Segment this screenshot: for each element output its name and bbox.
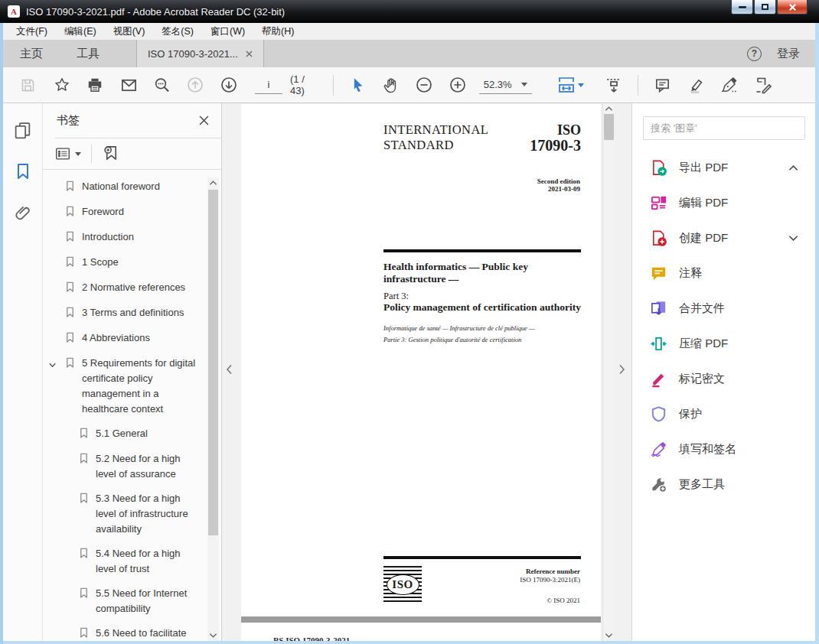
sign-in-button[interactable]: 登录 <box>777 47 800 61</box>
bookmark-item[interactable]: 5.3 Need for a high level of infrastruct… <box>43 486 221 542</box>
scroll-up-icon[interactable] <box>209 180 217 186</box>
collapse-right-panel-button[interactable] <box>618 364 625 378</box>
tool-item[interactable]: 合并文件 <box>632 291 815 326</box>
sign-tool-button[interactable] <box>716 72 742 98</box>
chevron-up-icon[interactable] <box>788 164 798 171</box>
tool-item[interactable]: 注释 <box>632 255 815 291</box>
main-toolbar: (1 / 43) 52.3% <box>3 67 815 103</box>
bookmark-item[interactable]: 1 Scope <box>43 250 221 275</box>
find-current-bookmark-button[interactable] <box>102 144 119 164</box>
bookmark-item[interactable]: 3 Terms and definitions <box>43 301 221 326</box>
scrollbar-thumb[interactable] <box>604 114 614 140</box>
email-button[interactable] <box>116 72 142 98</box>
tool-item[interactable]: 填写和签名 <box>632 431 815 467</box>
minimize-button[interactable] <box>731 0 753 15</box>
zoom-level-value: 52.3% <box>484 79 512 90</box>
create-pdf-icon <box>649 229 667 247</box>
bookmark-search-icon <box>102 144 119 161</box>
tab-tools[interactable]: 工具 <box>60 47 116 61</box>
bookmark-item[interactable]: Introduction <box>43 225 221 250</box>
next-page-button[interactable] <box>216 72 242 98</box>
zoom-out-icon <box>415 76 433 94</box>
tool-item[interactable]: 保护 <box>632 396 815 431</box>
bookmark-item[interactable]: 5.1 General <box>43 421 221 447</box>
fit-width-button[interactable] <box>553 72 589 98</box>
combine-files-icon <box>649 299 667 317</box>
menu-edit[interactable]: 编辑(E) <box>56 24 105 40</box>
help-button[interactable]: ? <box>747 47 762 61</box>
doc-title-en: Health informatics — Public key infrastr… <box>383 261 584 285</box>
bookmark-icon <box>64 356 76 372</box>
zoom-level-control[interactable]: 52.3% <box>479 76 532 94</box>
bookmark-icon <box>14 162 32 181</box>
reading-mode-icon <box>605 76 623 94</box>
menu-view[interactable]: 视图(V) <box>105 24 154 40</box>
save-button[interactable] <box>15 72 41 98</box>
attachments-panel-button[interactable] <box>11 201 34 224</box>
bookmark-item[interactable]: 5.6 Need to facilitate evaluation and co… <box>43 621 221 641</box>
restore-button[interactable] <box>754 0 776 15</box>
doc-next-page-header: BS ISO 17090-3-2021 <box>273 636 601 641</box>
bookmark-label: Foreword <box>82 204 124 220</box>
page-number-input[interactable] <box>255 76 282 94</box>
scroll-down-icon[interactable] <box>605 633 613 639</box>
reading-mode-button[interactable] <box>601 72 627 98</box>
chevron-down-icon[interactable] <box>48 359 57 372</box>
zoom-out-button[interactable] <box>411 72 437 98</box>
star-button[interactable] <box>49 72 75 98</box>
bookmark-item[interactable]: 5.5 Need for Internet compatibility <box>43 581 221 621</box>
doc-standard-prefix: ISO <box>530 122 581 138</box>
tool-item[interactable]: 创建 PDF <box>632 220 815 255</box>
bookmark-item[interactable]: 5.4 Need for a high level of trust <box>43 542 221 581</box>
bookmark-item[interactable]: National foreword <box>43 174 221 200</box>
tool-item[interactable]: 压缩 PDF <box>632 326 815 361</box>
bookmark-options-button[interactable] <box>54 145 81 162</box>
bookmark-item[interactable]: Foreword <box>43 200 221 225</box>
search-comments-button[interactable] <box>149 72 175 98</box>
tools-search-input[interactable] <box>643 116 805 140</box>
bookmarks-panel-button[interactable] <box>11 160 34 183</box>
previous-page-button[interactable] <box>183 72 209 98</box>
fill-sign-tool-button[interactable] <box>750 72 776 98</box>
comment-tool-button[interactable] <box>649 72 675 98</box>
doc-reference-value: ISO 17090-3:2021(E) <box>520 576 580 584</box>
tab-close-icon[interactable] <box>246 50 253 57</box>
bookmark-item[interactable]: 4 Abbreviations <box>43 326 221 351</box>
tool-label: 注释 <box>679 266 702 281</box>
scroll-up-icon[interactable] <box>605 106 613 112</box>
tool-item[interactable]: 标记密文 <box>632 361 815 396</box>
divider <box>91 145 92 163</box>
menu-help[interactable]: 帮助(H) <box>253 24 302 40</box>
select-tool-button[interactable] <box>344 72 370 98</box>
tool-item[interactable]: 编辑 PDF <box>632 185 815 220</box>
tool-item[interactable]: 更多工具 <box>632 467 815 502</box>
zoom-in-icon <box>449 76 467 94</box>
bookmark-icon <box>78 547 90 562</box>
bookmark-item[interactable]: 2 Normative references <box>43 275 221 301</box>
tab-home[interactable]: 主页 <box>3 47 60 61</box>
highlight-tool-button[interactable] <box>683 72 709 98</box>
bookmarks-close-button[interactable] <box>199 115 209 125</box>
bookmark-item[interactable]: 5.2 Need for a high level of assurance <box>43 447 221 486</box>
zoom-in-button[interactable] <box>445 72 471 98</box>
page-thumbnails-button[interactable] <box>11 119 34 141</box>
menu-sign[interactable]: 签名(S) <box>153 24 202 40</box>
bookmarks-scrollbar[interactable] <box>207 177 219 641</box>
scroll-down-icon[interactable] <box>209 633 217 639</box>
chevron-down-icon[interactable] <box>788 235 798 242</box>
star-icon <box>54 76 70 93</box>
collapse-left-panel-button[interactable] <box>226 364 233 378</box>
pdf-page-2: BS ISO 17090-3-2021 <box>241 623 601 641</box>
close-button[interactable] <box>777 0 808 15</box>
scrollbar-thumb[interactable] <box>208 190 218 535</box>
menu-window[interactable]: 窗口(W) <box>202 24 253 40</box>
bookmark-item[interactable]: 5 Requirements for digital certificate p… <box>43 351 221 421</box>
document-scrollbar[interactable] <box>602 103 614 641</box>
export-pdf-icon <box>649 158 667 177</box>
hand-tool-button[interactable] <box>378 72 404 98</box>
tool-item[interactable]: 导出 PDF <box>632 150 815 185</box>
print-button[interactable] <box>82 72 108 98</box>
page-thumbnails-icon <box>13 121 32 140</box>
document-tab[interactable]: ISO 17090-3-2021... <box>136 40 264 67</box>
menu-file[interactable]: 文件(F) <box>8 24 56 40</box>
